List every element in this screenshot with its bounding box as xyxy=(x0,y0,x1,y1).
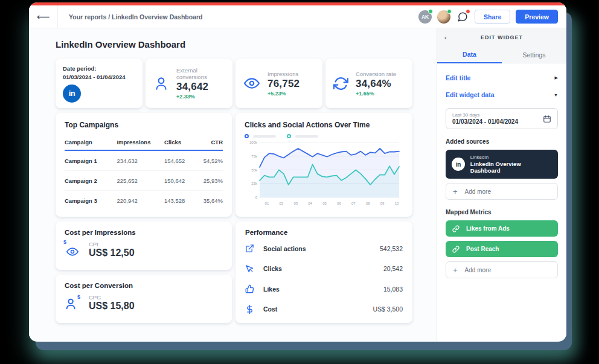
date-preset-label: Last 30 days xyxy=(452,112,543,118)
stat-card-conversion-rate[interactable]: Conversion rate 34,64% +1.65% xyxy=(325,59,412,108)
cpc-value: US$ 15,80 xyxy=(89,301,135,311)
performance-row: Clicks 20,542 xyxy=(245,259,403,279)
edit-widget-data-link[interactable]: Edit widget data xyxy=(446,91,495,98)
performance-label: Clicks xyxy=(263,265,282,272)
metric-label: Post Reach xyxy=(466,246,499,252)
avatar-initials: AK xyxy=(421,14,429,20)
add-more-label: Add more xyxy=(465,188,491,195)
legend-ring-blue-icon xyxy=(245,134,249,138)
panel-back-button[interactable]: ‹ xyxy=(444,34,447,41)
campaign-name: Campaign 2 xyxy=(65,171,117,191)
performance-value: US$ 3,500 xyxy=(373,305,403,313)
legend-item-clicks[interactable] xyxy=(245,134,276,138)
table-row: Campaign 3 220,942 143,528 35,64% xyxy=(65,191,223,211)
preview-button[interactable]: Preview xyxy=(516,10,558,24)
source-linkedin[interactable]: in LinkedIn LinkedIn Overview Dashboard xyxy=(446,150,558,179)
tab-data[interactable]: Data xyxy=(437,46,502,63)
dollar-icon xyxy=(245,305,254,314)
svg-text:0: 0 xyxy=(255,196,258,199)
line-chart-card[interactable]: Clicks and Social Actions Over Time 025k… xyxy=(235,113,412,217)
edit-title-row[interactable]: Edit title ▶ xyxy=(446,74,558,81)
back-button[interactable]: ⟵ xyxy=(29,5,58,28)
metric-post-reach[interactable]: Post Reach xyxy=(446,241,558,257)
stat-value: 76,752 xyxy=(267,78,300,90)
top-bar: ⟵ Your reports / LinkedIn Overview Dashb… xyxy=(29,5,566,28)
performance-value: 20,542 xyxy=(383,265,403,272)
svg-text:100k: 100k xyxy=(249,141,258,144)
table-row: Campaign 2 225,652 150,642 25,93% xyxy=(65,171,223,191)
linkedin-icon: in xyxy=(452,158,465,171)
eye-icon xyxy=(243,75,260,91)
svg-text:09: 09 xyxy=(380,202,385,205)
cursor-icon xyxy=(245,264,254,273)
tab-settings[interactable]: Settings xyxy=(502,46,566,63)
add-metric-button[interactable]: + Add more xyxy=(446,261,558,278)
chevron-right-icon: ▶ xyxy=(555,75,558,80)
comments-button[interactable] xyxy=(456,10,469,24)
campaign-impressions: 225,652 xyxy=(117,171,164,191)
chart-title: Clicks and Social Actions Over Time xyxy=(245,121,403,129)
campaign-name: Campaign 1 xyxy=(65,150,117,171)
svg-text:02: 02 xyxy=(280,202,284,205)
performance-label: Social actions xyxy=(263,245,306,252)
eye-dollar-icon: $ xyxy=(65,243,80,257)
metric-likes-from-ads[interactable]: Likes from Ads xyxy=(446,220,558,237)
svg-text:10: 10 xyxy=(395,202,399,205)
performance-row: Likes 15,083 xyxy=(245,279,403,299)
breadcrumb[interactable]: Your reports / LinkedIn Overview Dashboa… xyxy=(58,5,418,28)
source-network: LinkedIn xyxy=(470,155,552,160)
svg-text:03: 03 xyxy=(293,202,298,205)
avatar[interactable] xyxy=(437,10,450,24)
plus-icon: + xyxy=(453,187,458,196)
campaign-name: Campaign 3 xyxy=(65,191,117,211)
campaign-ctr: 25,93% xyxy=(197,171,223,191)
svg-text:08: 08 xyxy=(366,202,370,205)
panel-header: ‹ EDIT WIDGET xyxy=(437,28,566,46)
top-bar-actions: AK Share Preview xyxy=(418,5,566,28)
stat-card-external-conversions[interactable]: External conversions 34,642 +2.33% xyxy=(146,59,232,108)
legend-item-social-actions[interactable] xyxy=(287,134,318,138)
avatar[interactable]: AK xyxy=(418,10,432,24)
link-icon xyxy=(452,225,460,232)
plus-icon: + xyxy=(453,266,458,275)
legend-placeholder-bar xyxy=(253,135,276,138)
legend-ring-teal-icon xyxy=(287,134,291,138)
performance-value: 15,083 xyxy=(383,286,403,293)
campaign-ctr: 35,64% xyxy=(197,191,223,211)
svg-text:04: 04 xyxy=(308,202,312,205)
svg-text:07: 07 xyxy=(351,202,356,205)
added-sources-label: Added sources xyxy=(446,138,558,145)
legend-placeholder-bar xyxy=(295,135,318,138)
online-dot xyxy=(428,9,433,14)
performance-card[interactable]: Performance Social actions 542,532 Click… xyxy=(235,222,412,323)
time-series-chart: 025k50k75k100k01020304050607080910 xyxy=(245,139,403,207)
cpc-title: Cost per Conversion xyxy=(65,282,223,289)
share-button[interactable]: Share xyxy=(475,10,510,24)
chart-legend xyxy=(245,134,403,138)
column-header: CTR xyxy=(197,135,223,150)
refresh-icon xyxy=(333,76,348,91)
cpi-card[interactable]: Cost per Impressions $ CPI US$ 12,50 xyxy=(56,222,232,270)
date-period-card[interactable]: Date period: 01/03/2024 - 01/04/2024 in xyxy=(56,59,143,108)
column-header: Campaign xyxy=(65,135,117,150)
campaign-clicks: 150,642 xyxy=(164,171,197,191)
campaign-clicks: 154,652 xyxy=(164,150,197,171)
cpc-card[interactable]: Cost per Conversion $ CPC US$ 15,80 xyxy=(56,275,232,323)
panel-title: EDIT WIDGET xyxy=(481,34,523,40)
edit-title-link[interactable]: Edit title xyxy=(446,74,470,81)
add-source-button[interactable]: + Add more xyxy=(446,183,558,200)
stat-delta: +1.65% xyxy=(356,91,396,97)
performance-row: Social actions 542,532 xyxy=(245,238,403,259)
metric-label: Likes from Ads xyxy=(466,225,510,232)
cpi-value: US$ 12,50 xyxy=(89,247,135,258)
edit-widget-data-row[interactable]: Edit widget data ▼ xyxy=(446,91,558,98)
performance-title: Performance xyxy=(245,229,403,236)
app-window: ⟵ Your reports / LinkedIn Overview Dashb… xyxy=(29,2,566,342)
stat-label: Conversion rate xyxy=(356,71,396,77)
table-row: Campaign 1 234,632 154,652 54,52% xyxy=(65,150,223,171)
date-range-value: 01/03/2024 - 01/04/2024 xyxy=(452,118,543,125)
date-range-picker[interactable]: Last 30 days 01/03/2024 - 01/04/2024 xyxy=(446,108,558,129)
top-campaigns-card[interactable]: Top Campaigns Campaign Impressions Click… xyxy=(56,113,232,217)
dashboard-canvas: LinkedIn Overview Dashboard Date period:… xyxy=(29,28,437,341)
stat-card-impressions[interactable]: Impressions 76,752 +5.23% xyxy=(235,59,322,108)
